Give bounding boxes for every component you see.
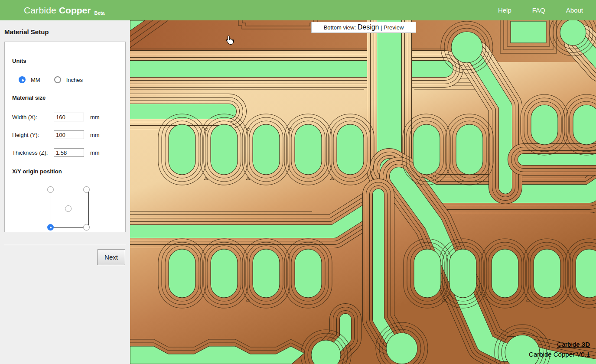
width-label: Width (X): <box>12 114 54 120</box>
nav-help[interactable]: Help <box>498 6 511 14</box>
nav-faq[interactable]: FAQ <box>532 6 545 14</box>
height-unit: mm <box>90 132 100 138</box>
thickness-input[interactable] <box>54 148 84 157</box>
carbide3d-link-plain: Carbide <box>557 341 582 348</box>
version-text: Carbide Copper V0.1 <box>529 351 590 358</box>
thickness-unit: mm <box>90 150 100 156</box>
height-field-row: Height (Y): mm <box>12 130 125 139</box>
credits: Carbide 3D Carbide Copper V0.1 <box>529 341 590 358</box>
carbide3d-link-bold: 3D <box>582 341 590 348</box>
toggle-preview[interactable]: Preview <box>384 24 404 31</box>
pcb-viewport[interactable] <box>130 20 596 364</box>
sidebar-divider <box>4 245 126 245</box>
origin-top-left-radio[interactable] <box>47 186 54 193</box>
origin-position-label: X/Y origin position <box>12 168 125 175</box>
origin-bottom-left-radio[interactable] <box>47 224 54 231</box>
material-size-label: Material size <box>12 94 125 101</box>
units-mm-label[interactable]: MM <box>31 77 40 83</box>
bottom-view-toggle: Bottom view: Design | Preview <box>311 22 416 33</box>
units-mm-radio[interactable] <box>19 76 26 83</box>
app-logo: Carbide Copper Beta <box>24 5 104 16</box>
brand-name-bold: Copper <box>59 5 91 16</box>
app-header: Carbide Copper Beta Help FAQ About <box>0 0 596 20</box>
height-label: Height (Y): <box>12 132 54 138</box>
width-unit: mm <box>90 114 100 120</box>
origin-position-widget <box>46 185 93 232</box>
brand-name-light: Carbide <box>24 5 56 16</box>
nav-about[interactable]: About <box>566 6 583 14</box>
material-setup-panel: Units MM Inches Material size Width (X):… <box>4 42 126 232</box>
toggle-separator: | <box>379 24 384 31</box>
height-input[interactable] <box>54 130 84 139</box>
origin-center-radio[interactable] <box>65 205 72 212</box>
thickness-field-row: Thickness (Z): mm <box>12 148 125 157</box>
toggle-design[interactable]: Design <box>358 23 379 31</box>
pcb-preview-canvas[interactable] <box>130 20 596 364</box>
width-input[interactable] <box>54 113 84 121</box>
origin-top-right-radio[interactable] <box>83 186 90 193</box>
origin-bottom-right-radio[interactable] <box>83 224 90 231</box>
width-field-row: Width (X): mm <box>12 113 125 121</box>
next-button[interactable]: Next <box>97 249 125 265</box>
units-inches-radio[interactable] <box>54 76 61 83</box>
units-radio-group: MM Inches <box>19 76 125 83</box>
header-nav: Help FAQ About <box>498 6 583 14</box>
toggle-prefix: Bottom view: <box>324 24 358 31</box>
page-title: Material Setup <box>4 28 130 36</box>
units-inches-label[interactable]: Inches <box>66 77 83 83</box>
carbide3d-link[interactable]: Carbide 3D <box>557 341 590 348</box>
beta-badge: Beta <box>94 10 104 16</box>
material-setup-sidebar: Material Setup Units MM Inches Material … <box>0 20 130 364</box>
units-label: Units <box>12 58 125 64</box>
thickness-label: Thickness (Z): <box>12 150 54 156</box>
